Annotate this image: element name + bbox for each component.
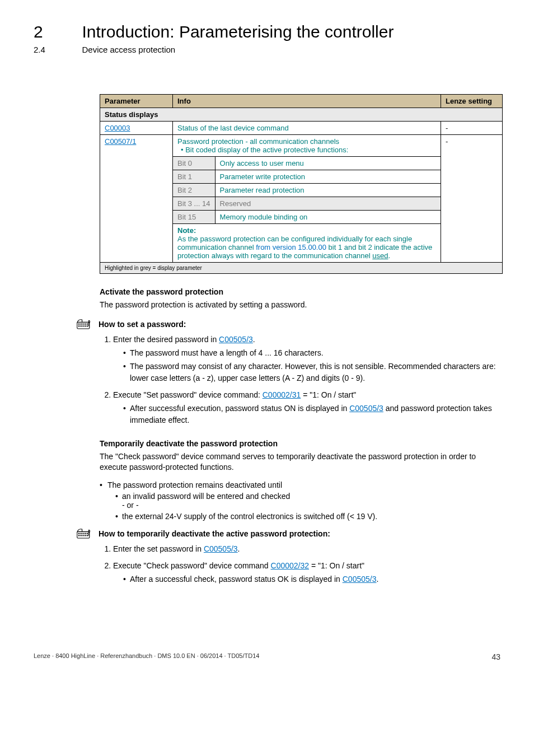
svg-rect-19 (82, 535, 83, 536)
table-row: C00507/1 Password protection - all commu… (100, 135, 503, 157)
svg-rect-14 (82, 533, 83, 534)
param-link-c00507-1[interactable]: C00507/1 (105, 137, 136, 146)
setting-cell: - (441, 122, 503, 135)
chapter-title: Introduction: Parameterising the control… (82, 22, 394, 41)
svg-rect-16 (87, 533, 88, 534)
col-setting: Lenze setting (441, 95, 503, 108)
note-heading: Note: (177, 226, 196, 235)
svg-rect-7 (81, 325, 82, 326)
temp-steps: Enter the set password in C00505/3. Exec… (100, 543, 503, 585)
link-c00505-3[interactable]: C00505/3 (349, 404, 383, 413)
table-footnote: Highlighted in grey = display parameter (100, 263, 503, 274)
list-item: the external 24-V supply of the control … (115, 512, 503, 521)
svg-rect-2 (81, 323, 82, 324)
link-c00505-3[interactable]: C00505/3 (343, 575, 377, 584)
note-cell: Note: As the password protection can be … (173, 224, 441, 263)
bit-label: Bit 1 (173, 170, 216, 184)
bit-text: Parameter write protection (215, 170, 441, 184)
activate-steps: Enter the desired password in C00505/3. … (100, 334, 503, 426)
howto-label: How to set a password: (99, 320, 186, 329)
list-item: The password protection remains deactiva… (100, 480, 503, 521)
bit-text: Reserved (215, 197, 441, 211)
svg-rect-1 (78, 323, 79, 324)
bit-text: Only access to user menu (215, 157, 441, 170)
temp-bullets: The password protection remains deactiva… (100, 480, 503, 521)
step-item: Enter the desired password in C00505/3. … (113, 334, 503, 384)
keyboard-icon (76, 528, 93, 540)
svg-rect-11 (77, 531, 90, 538)
chapter-header: 2 Introduction: Parameterising the contr… (34, 22, 500, 41)
activate-intro: The password protection is activated by … (100, 300, 503, 310)
page-number: 43 (491, 652, 500, 661)
param-link-c00003[interactable]: C00003 (105, 124, 130, 132)
bit-label: Bit 3 ... 14 (173, 197, 216, 211)
status-displays-label: Status displays (100, 108, 503, 122)
keyboard-icon (76, 318, 93, 330)
info-cell: Status of the last device command (173, 122, 441, 135)
sub-item: The password may consist of any characte… (123, 361, 503, 384)
svg-rect-12 (78, 533, 79, 534)
howto-label: How to temporarily deactivate the active… (99, 529, 330, 538)
list-item: an invalid password will be entered and … (115, 492, 503, 510)
activate-heading: Activate the password protection (100, 287, 503, 296)
sub-item: After a successful check, password statu… (123, 573, 503, 585)
bit-text: Memory module binding on (215, 211, 441, 224)
step-item: Execute "Check password" device command … (113, 560, 503, 585)
temp-heading: Temporarily deactivate the password prot… (100, 439, 503, 448)
table-row: C00003 Status of the last device command… (100, 122, 503, 135)
section-header: 2.4 Device access protection (34, 45, 500, 55)
col-parameter: Parameter (100, 95, 173, 108)
footer-text: Lenze · 8400 HighLine · Referenzhandbuch… (34, 652, 259, 659)
or-text: - or - (122, 501, 503, 510)
svg-rect-3 (82, 323, 83, 324)
howto-set-password: How to set a password: (76, 318, 503, 330)
link-c00505-3[interactable]: C00505/3 (204, 544, 238, 553)
col-info: Info (173, 95, 441, 108)
svg-rect-20 (85, 535, 86, 536)
svg-rect-13 (81, 533, 82, 534)
step-item: Enter the set password in C00505/3. (113, 543, 503, 554)
status-displays-row: Status displays (100, 108, 503, 122)
divider-dashes: _ _ _ _ _ _ _ _ _ _ _ _ _ _ _ _ _ _ _ _ … (34, 71, 500, 80)
chapter-number: 2 (34, 22, 79, 41)
table-header-row: Parameter Info Lenze setting (100, 95, 503, 108)
sub-item: The password must have a length of 4 ...… (123, 347, 503, 358)
svg-rect-17 (78, 535, 79, 536)
info-cell: Password protection - all communication … (173, 135, 441, 157)
parameter-table: Parameter Info Lenze setting Status disp… (100, 94, 503, 274)
svg-rect-0 (77, 322, 90, 329)
bit-label: Bit 2 (173, 184, 216, 197)
temp-intro: The "Check password" device command serv… (100, 451, 503, 473)
link-c00002-31[interactable]: C00002/31 (263, 390, 301, 399)
step-item: Execute "Set password" device command: C… (113, 389, 503, 426)
section-number: 2.4 (34, 45, 79, 54)
setting-cell: - (441, 135, 503, 263)
sub-item: After successful execution, password sta… (123, 403, 503, 426)
link-c00505-3[interactable]: C00505/3 (219, 335, 253, 344)
bit-label: Bit 0 (173, 157, 216, 170)
svg-rect-6 (78, 325, 79, 326)
page-footer: Lenze · 8400 HighLine · Referenzhandbuch… (34, 652, 500, 659)
svg-rect-10 (87, 325, 88, 326)
bit-text: Parameter read protection (215, 184, 441, 197)
link-c00002-32[interactable]: C00002/32 (271, 561, 310, 570)
svg-rect-5 (87, 323, 88, 324)
svg-rect-9 (85, 325, 86, 326)
bit-label: Bit 15 (173, 211, 216, 224)
svg-rect-21 (87, 535, 88, 536)
svg-rect-18 (81, 535, 82, 536)
section-title: Device access protection (82, 45, 175, 54)
svg-rect-8 (82, 325, 83, 326)
svg-rect-15 (85, 533, 86, 534)
howto-temp-deactivate: How to temporarily deactivate the active… (76, 528, 503, 540)
svg-rect-4 (85, 323, 86, 324)
